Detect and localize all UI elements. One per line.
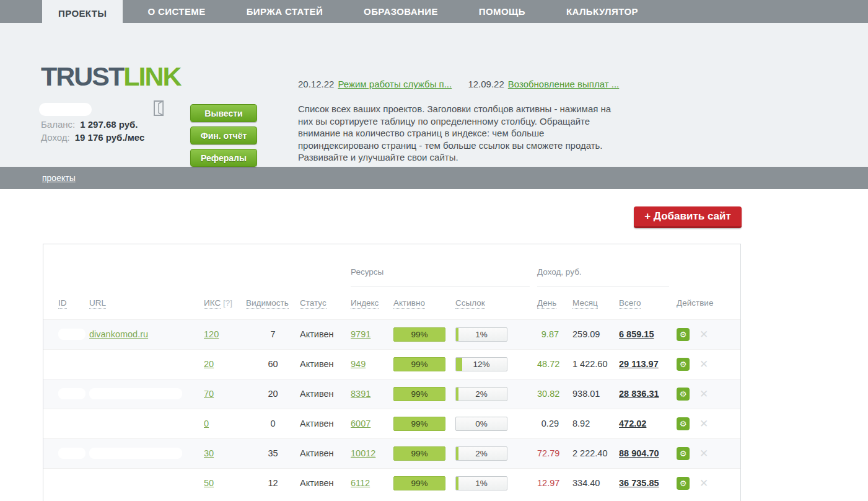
col-index[interactable]: Индекс bbox=[351, 298, 379, 309]
total-cell: 472.02 bbox=[619, 409, 677, 438]
iks-value-link[interactable]: 20 bbox=[204, 359, 214, 369]
month-cell: 2 222.40 bbox=[572, 438, 619, 468]
index-value-link[interactable]: 6007 bbox=[351, 419, 370, 428]
index-value-link[interactable]: 9791 bbox=[351, 329, 370, 339]
iks-cell: 120 bbox=[204, 319, 246, 349]
links-cell: 2% bbox=[455, 438, 537, 468]
total-cell: 28 836.31 bbox=[619, 379, 677, 409]
iks-value-link[interactable]: 120 bbox=[204, 329, 219, 339]
nav-tab-2[interactable]: БИРЖА СТАТЕЙ bbox=[230, 0, 339, 23]
news-link-1[interactable]: Режим работы службы п... bbox=[338, 79, 452, 89]
url-cell bbox=[89, 409, 204, 438]
total-value-link[interactable]: 29 113.97 bbox=[619, 359, 659, 369]
delete-x-icon[interactable]: ✕ bbox=[699, 417, 708, 430]
iks-value-link[interactable]: 30 bbox=[204, 448, 214, 458]
news-date-1: 20.12.22 bbox=[298, 79, 334, 89]
day-value: 9.87 bbox=[541, 329, 559, 339]
logo-link: LINK bbox=[123, 61, 180, 91]
nav-tab-0[interactable]: ПРОЕКТЫ bbox=[42, 0, 123, 27]
fin-report-button[interactable]: Фин. отчёт bbox=[190, 126, 257, 144]
iks-value-link[interactable]: 70 bbox=[204, 389, 214, 399]
links-progress-bar: 12% bbox=[455, 357, 507, 371]
iks-value-link[interactable]: 50 bbox=[204, 478, 214, 488]
total-value-link[interactable]: 28 836.31 bbox=[619, 389, 659, 399]
col-iks[interactable]: ИКС bbox=[204, 298, 221, 309]
col-active[interactable]: Активно bbox=[393, 298, 425, 309]
nav-tab-4[interactable]: ПОМОЩЬ bbox=[463, 0, 541, 23]
action-cell: ⚙ ✕ bbox=[677, 409, 740, 438]
settings-gear-button[interactable]: ⚙ bbox=[677, 417, 690, 430]
iks-help-icon[interactable]: [?] bbox=[223, 298, 232, 308]
main-content: + Добавить сайт Ресурсы Доход, руб. ID U… bbox=[0, 189, 868, 501]
active-cell: 99% bbox=[393, 379, 455, 409]
col-visibility[interactable]: Видимость bbox=[246, 298, 289, 309]
settings-gear-button[interactable]: ⚙ bbox=[677, 358, 690, 371]
total-value-link[interactable]: 88 904.70 bbox=[619, 448, 659, 458]
total-value-link[interactable]: 472.02 bbox=[619, 419, 646, 428]
settings-gear-button[interactable]: ⚙ bbox=[677, 388, 690, 401]
col-id[interactable]: ID bbox=[58, 298, 67, 309]
delete-x-icon[interactable]: ✕ bbox=[699, 447, 708, 459]
status-cell: Активен bbox=[300, 349, 351, 379]
col-action: Действие bbox=[677, 298, 713, 308]
col-status[interactable]: Статус bbox=[300, 298, 327, 309]
url-redacted bbox=[89, 448, 182, 459]
delete-x-icon[interactable]: ✕ bbox=[699, 328, 708, 340]
iks-cell: 0 bbox=[204, 409, 246, 438]
site-url-link[interactable]: divankomod.ru bbox=[89, 329, 148, 339]
links-percent-label: 2% bbox=[456, 388, 507, 401]
visibility-cell: 20 bbox=[246, 379, 300, 409]
links-cell: 1% bbox=[455, 468, 537, 498]
breadcrumb-projects-link[interactable]: проекты bbox=[42, 173, 76, 183]
referrals-button[interactable]: Рефералы bbox=[190, 149, 257, 167]
delete-x-icon[interactable]: ✕ bbox=[699, 388, 708, 400]
day-cell: 72.79 bbox=[537, 438, 572, 468]
settings-gear-button[interactable]: ⚙ bbox=[677, 477, 690, 490]
nav-tab-3[interactable]: ОБРАЗОВАНИЕ bbox=[348, 0, 454, 23]
news-link-2[interactable]: Возобновление выплат ... bbox=[508, 79, 620, 89]
action-cell: ⚙ ✕ bbox=[677, 349, 740, 379]
col-url[interactable]: URL bbox=[89, 298, 106, 309]
logout-door-icon[interactable] bbox=[152, 100, 166, 119]
news-date-2: 12.09.22 bbox=[468, 79, 504, 89]
col-links[interactable]: Ссылок bbox=[455, 298, 485, 309]
index-value-link[interactable]: 6112 bbox=[351, 478, 370, 488]
trustlink-logo[interactable]: TRUSTLINK bbox=[41, 61, 181, 92]
col-month[interactable]: Месяц bbox=[572, 298, 598, 309]
status-cell: Активен bbox=[300, 379, 351, 409]
month-cell: 938.01 bbox=[572, 379, 619, 409]
index-value-link[interactable]: 10012 bbox=[351, 448, 375, 458]
total-value-link[interactable]: 36 735.85 bbox=[619, 478, 659, 488]
username-redacted bbox=[39, 103, 92, 116]
balance-label: Баланс: bbox=[41, 119, 75, 130]
col-total[interactable]: Всего bbox=[619, 298, 641, 309]
total-value-link[interactable]: 6 859.15 bbox=[619, 329, 654, 339]
add-site-button[interactable]: + Добавить сайт bbox=[634, 206, 742, 228]
active-cell: 99% bbox=[393, 319, 455, 349]
links-cell: 12% bbox=[455, 349, 537, 379]
withdraw-button[interactable]: Вывести bbox=[190, 104, 257, 122]
links-percent-label: 12% bbox=[456, 358, 507, 371]
settings-gear-button[interactable]: ⚙ bbox=[677, 328, 690, 341]
url-cell bbox=[89, 379, 204, 409]
links-progress-bar: 0% bbox=[455, 417, 507, 431]
delete-x-icon[interactable]: ✕ bbox=[699, 358, 708, 370]
index-value-link[interactable]: 949 bbox=[351, 359, 366, 369]
col-day[interactable]: День bbox=[537, 298, 556, 309]
total-cell: 36 735.85 bbox=[619, 468, 677, 498]
active-cell: 99% bbox=[393, 438, 455, 468]
url-redacted bbox=[89, 388, 182, 399]
nav-tab-5[interactable]: КАЛЬКУЛЯТОР bbox=[550, 0, 654, 23]
action-cell: ⚙ ✕ bbox=[677, 468, 740, 498]
delete-x-icon[interactable]: ✕ bbox=[699, 477, 708, 489]
active-cell: 99% bbox=[393, 409, 455, 438]
account-buttons: Вывести Фин. отчёт Рефералы bbox=[190, 104, 257, 167]
nav-tab-1[interactable]: О СИСТЕМЕ bbox=[131, 0, 221, 23]
settings-gear-button[interactable]: ⚙ bbox=[677, 447, 690, 460]
total-cell: 88 904.70 bbox=[619, 438, 677, 468]
month-cell: 8.92 bbox=[572, 409, 619, 438]
links-progress-bar: 1% bbox=[455, 476, 507, 490]
links-cell: 0% bbox=[455, 409, 537, 438]
index-value-link[interactable]: 8391 bbox=[351, 389, 370, 399]
iks-value-link[interactable]: 0 bbox=[204, 419, 209, 428]
